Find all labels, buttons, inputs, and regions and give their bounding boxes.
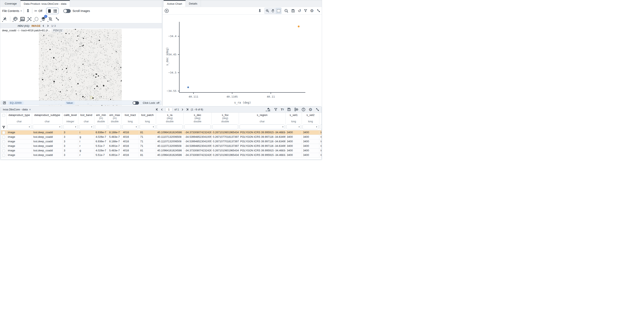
column-filter-input[interactable]: ▾ [122,124,138,129]
table-row[interactable]: imagelsst.deep_coadd3r5.51e-76.891e-7401… [1,144,322,148]
next-page-icon[interactable] [181,108,184,111]
save-icon[interactable] [287,107,291,111]
table-row[interactable]: imagelsst.deep_coadd3g4.026e-75.483e-740… [1,148,322,153]
center-image-icon[interactable]: ▾ [26,16,33,22]
pin-icon[interactable] [258,9,262,13]
filter-icon[interactable] [304,9,308,13]
table-row[interactable]: imagelsst.deep_coadd3i6.936e-78.188e-740… [1,139,322,144]
column-header-lsst_tract[interactable]: lsst_tractlong▾ [122,113,139,130]
table-row[interactable]: imagelsst.deep_coadd3g4.026e-75.483e-740… [1,135,322,139]
expand-icon[interactable] [316,107,320,112]
pan-hand-icon[interactable] [270,8,276,14]
row-checkbox[interactable] [2,140,5,143]
select-region-icon[interactable]: ▾ [33,16,40,22]
column-header-em_min[interactable]: em_min(m)double [94,113,108,130]
tab-data-product[interactable]: Data Product: ivoa.ObsCore - data [20,0,70,7]
chart-point[interactable] [298,26,300,27]
pin-icon[interactable] [26,9,30,13]
cut-icon[interactable]: ✂ [34,9,37,13]
settings-icon[interactable]: ⚙ [309,107,312,112]
column-header-s_fov[interactable]: s_fov(deg)double [212,113,239,130]
column-header-s_region[interactable]: s_regionchar▾ [239,113,286,130]
tab-active-chart[interactable]: Active Chart [164,0,186,7]
column-filter-input[interactable]: ▾ [33,124,62,129]
tab-coverage[interactable]: Coverage [2,0,20,7]
last-page-icon[interactable] [186,108,189,111]
column-filter-input[interactable] [212,124,238,129]
x-tick-mark [193,93,194,94]
expand-icon[interactable] [316,9,320,13]
table-cell: 3400 [302,148,319,153]
tab-details[interactable]: Details [186,0,201,7]
column-header-calib_level[interactable]: calib_levelinteger▾ [62,113,78,130]
zoom-in-icon[interactable] [265,8,270,14]
zoom-original-icon[interactable]: 1x [284,9,288,13]
table-row[interactable]: imagelsst.deep_coadd3r5.51e-76.891e-7401… [1,153,322,157]
hdu-next-icon[interactable] [46,24,49,27]
fits-image[interactable] [39,29,122,106]
column-header-s_dec[interactable]: s_dec(deg)double [184,113,212,130]
add-chart-icon[interactable] [164,9,169,13]
column-filter-input[interactable]: ▾ [79,124,94,129]
table-cell: 3400 [302,144,319,148]
cut-state-label: Off [38,9,42,13]
select-all-checkbox[interactable] [2,114,5,117]
row-checkbox[interactable] [2,131,5,134]
column-header-lsst_patch[interactable]: lsst_patchlong▾ [139,113,156,130]
expand-icon[interactable] [54,16,61,22]
single-view-icon[interactable] [47,8,52,14]
save-icon[interactable] [291,9,295,13]
column-filter-input[interactable]: ▾ [63,124,78,129]
column-filter-input[interactable]: ▾ [302,124,318,129]
filter-row-icon[interactable] [2,126,5,129]
column-header-dataproduct_type[interactable]: dataproduct_typechar▾ [6,113,32,130]
column-filter-input[interactable]: ▾ [286,124,301,129]
scroll-images-toggle[interactable] [63,9,71,13]
column-header-extra[interactable] [319,113,322,130]
page-number-input[interactable] [165,107,172,112]
grid-view-icon[interactable] [52,8,58,14]
column-filter-input[interactable] [320,124,322,129]
tools-icon[interactable]: ▾ [2,16,8,22]
column-header-lsst_band[interactable]: lsst_bandchar▾ [78,113,94,130]
add-column-icon[interactable] [294,107,298,112]
column-header-em_max[interactable]: em_max(m)double [108,113,122,130]
restore-icon[interactable]: ↺ [298,9,301,13]
chart-point[interactable] [187,86,189,88]
select-area-icon[interactable] [276,8,281,14]
column-filter-input[interactable]: ▾ [7,124,31,129]
microscope-icon[interactable]: ▾ [267,107,271,112]
column-filter-input[interactable] [157,124,183,129]
open-expand-icon[interactable] [3,101,6,105]
first-page-icon[interactable] [156,108,158,111]
column-filter-input[interactable] [184,124,211,129]
text-options-icon[interactable]: TT [281,108,284,111]
settings-icon[interactable]: ⚙ [310,9,314,13]
file-contents-dropdown[interactable]: File Contents ▾ [2,9,22,13]
column-header-s_xel2[interactable]: s_xel2long▾ [302,113,319,130]
column-filter-input[interactable] [108,124,121,129]
histogram-stretch-icon[interactable]: ▾ [19,16,26,22]
column-header-s_xel1[interactable]: s_xel1long▾ [286,113,302,130]
column-filter-input[interactable] [95,124,107,129]
column-filter-input[interactable]: ▾ [140,124,155,129]
click-lock-toggle[interactable] [132,101,139,105]
layers-icon[interactable]: 2 ▾ [40,16,47,22]
unlink-icon[interactable]: ▾ [47,16,54,22]
row-checkbox[interactable] [2,136,5,138]
prev-page-icon[interactable] [160,108,163,111]
row-checkbox[interactable] [2,145,5,148]
scatter-chart[interactable]: s_dec (deg) s_ra (deg) −34.4−34.45−34.5−… [163,15,322,106]
column-filter-input[interactable]: ▾ [240,124,285,129]
table-row[interactable]: imagelsst.deep_coadd3i6.936e-78.188e-740… [1,130,322,135]
column-header-s_ra[interactable]: s_ra(deg)double [156,113,184,130]
hdu-prev-icon[interactable] [42,24,45,27]
info-icon[interactable] [302,107,306,112]
table-cell: 0.2671077018137397 [212,139,239,144]
filter-icon[interactable] [274,108,278,111]
row-checkbox[interactable] [2,149,5,152]
row-checkbox[interactable] [2,154,5,157]
color-palette-icon[interactable]: ▾ [12,16,19,22]
table-close-icon[interactable]: × [29,108,31,111]
column-header-dataproduct_subtype[interactable]: dataproduct_subtypechar▾ [32,113,62,130]
